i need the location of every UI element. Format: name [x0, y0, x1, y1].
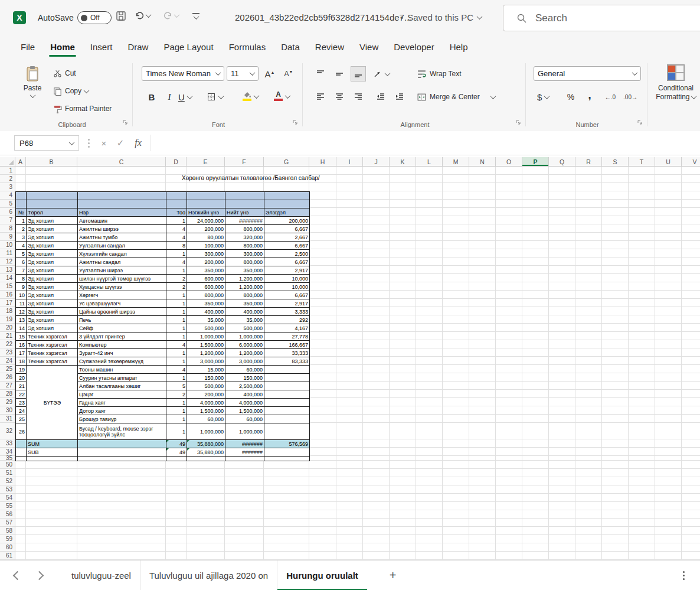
sheet-nav-right-icon[interactable]: [35, 571, 44, 581]
table-cell[interactable]: 2,500: [264, 250, 310, 258]
table-cell[interactable]: 1,000,000: [187, 423, 225, 440]
table-cell[interactable]: 600,000: [187, 283, 225, 291]
increase-decimal-button[interactable]: ←.0: [601, 89, 620, 105]
row-header-13[interactable]: 13: [0, 266, 15, 274]
increase-font-size-button[interactable]: A▲: [262, 66, 277, 82]
table-cell[interactable]: 49: [166, 440, 187, 448]
borders-button[interactable]: [207, 89, 223, 105]
table-cell[interactable]: 2: [166, 283, 187, 291]
table-cell[interactable]: 500,000: [225, 324, 264, 333]
name-box[interactable]: P68: [14, 135, 79, 151]
table-cell[interactable]: [225, 200, 264, 208]
table-cell[interactable]: 1: [166, 299, 187, 308]
table-cell[interactable]: 1: [166, 399, 187, 407]
sheet-tab-hurungu-oruulalt[interactable]: Hurungu oruulalt: [277, 560, 367, 590]
table-cell[interactable]: 1,000,000: [187, 333, 225, 341]
table-cell[interactable]: 25: [16, 415, 27, 423]
table-cell[interactable]: [187, 192, 225, 200]
autosave-toggle[interactable]: Off: [77, 11, 112, 24]
table-cell[interactable]: #######: [225, 440, 264, 448]
table-cell[interactable]: Ажилтны ширээ: [78, 225, 166, 233]
table-cell[interactable]: 3,333: [264, 308, 310, 316]
header-cell-unit-price[interactable]: Нэгжийн үнэ: [187, 208, 225, 217]
orientation-dropdown-icon[interactable]: [385, 70, 391, 76]
row-header-4[interactable]: 4: [0, 191, 15, 200]
table-cell[interactable]: Техник хэрэгсэл: [27, 349, 78, 357]
table-cell[interactable]: 1: [166, 316, 187, 324]
row-header-52[interactable]: 52: [0, 477, 15, 485]
table-cell[interactable]: 1: [166, 357, 187, 366]
table-cell[interactable]: 200,000: [187, 225, 225, 233]
table-cell[interactable]: 2,917: [264, 266, 310, 275]
column-header-H[interactable]: H: [309, 157, 336, 167]
table-cell[interactable]: 10: [16, 291, 27, 299]
font-size-select[interactable]: 11: [227, 66, 259, 81]
table-cell[interactable]: Уулзалтын сандал: [78, 242, 166, 250]
table-cell[interactable]: 292: [264, 316, 310, 324]
table-cell[interactable]: 2,917: [264, 299, 310, 308]
table-cell[interactable]: [225, 457, 264, 461]
row-header-51[interactable]: 51: [0, 469, 15, 477]
row-header-7[interactable]: 7: [0, 216, 15, 224]
row-header-11[interactable]: 11: [0, 249, 15, 257]
table-cell[interactable]: Хөргөгч: [78, 291, 166, 299]
table-cell[interactable]: 3 үйлдэлт принтер: [78, 333, 166, 341]
column-header-O[interactable]: O: [496, 157, 522, 167]
row-header-26[interactable]: 26: [0, 373, 15, 382]
font-name-select[interactable]: Times New Roman: [142, 66, 224, 81]
column-header-M[interactable]: M: [443, 157, 469, 167]
sheet-tab-tuluvluguu-uil-ajillaga-2020-on[interactable]: Tuluvluguu uil ajillaga 2020 on: [140, 560, 277, 590]
table-cell[interactable]: Печь: [78, 316, 166, 324]
row-header-21[interactable]: 21: [0, 332, 15, 340]
row-header-12[interactable]: 12: [0, 257, 15, 266]
fill-color-dropdown-icon[interactable]: [254, 93, 260, 99]
table-cell[interactable]: 9: [16, 283, 27, 291]
header-cell-no[interactable]: №: [16, 208, 27, 217]
table-cell[interactable]: Цайны өрөөний ширээ: [78, 308, 166, 316]
merge-center-dropdown-icon[interactable]: [490, 93, 496, 99]
row-header-30[interactable]: 30: [0, 406, 15, 415]
undo-dropdown-icon[interactable]: [146, 12, 152, 18]
table-cell[interactable]: 350,000: [225, 266, 264, 275]
row-header-20[interactable]: 20: [0, 324, 15, 332]
bold-button[interactable]: B: [144, 89, 159, 105]
table-cell[interactable]: 24: [16, 407, 27, 415]
table-cell[interactable]: [27, 457, 78, 461]
table-cell[interactable]: 1: [166, 374, 187, 382]
table-cell[interactable]: Зурагт-42 инч: [78, 349, 166, 357]
table-cell[interactable]: [166, 200, 187, 208]
merge-center-button[interactable]: Merge & Center: [417, 89, 495, 105]
align-middle-button[interactable]: [332, 66, 347, 82]
wrap-text-button[interactable]: Wrap Text: [417, 66, 462, 82]
table-cell[interactable]: 4: [166, 366, 187, 374]
table-cell[interactable]: [27, 200, 78, 208]
fill-color-button[interactable]: [242, 88, 259, 105]
table-cell[interactable]: 1: [16, 217, 27, 225]
table-cell[interactable]: Эд хогшил: [27, 291, 78, 299]
table-cell[interactable]: 1: [166, 349, 187, 357]
table-cell[interactable]: Техник хэрэгсэл: [27, 333, 78, 341]
table-cell[interactable]: 6,667: [264, 258, 310, 266]
table-cell[interactable]: 26: [16, 423, 27, 440]
row-header-23[interactable]: 23: [0, 348, 15, 357]
table-cell[interactable]: Уулзалтын ширээ: [78, 266, 166, 275]
table-cell[interactable]: 1: [166, 407, 187, 415]
table-cell[interactable]: 5: [16, 250, 27, 258]
table-cell[interactable]: 600,000: [187, 275, 225, 283]
row-header-28[interactable]: 28: [0, 390, 15, 398]
column-header-V[interactable]: V: [682, 157, 700, 167]
sum-row-label[interactable]: SUM: [27, 440, 78, 448]
accounting-dropdown-icon[interactable]: [544, 93, 550, 99]
table-cell[interactable]: 200,000: [187, 258, 225, 266]
table-cell[interactable]: Ажилтны тумбо: [78, 233, 166, 242]
table-cell[interactable]: 2,500,000: [225, 382, 264, 390]
column-header-F[interactable]: F: [225, 157, 264, 167]
table-cell[interactable]: 3,000,000: [225, 357, 264, 366]
column-header-A[interactable]: A: [15, 157, 26, 167]
table-cell[interactable]: 4: [166, 341, 187, 349]
table-cell[interactable]: 35,880,000: [187, 448, 225, 457]
column-header-I[interactable]: I: [336, 157, 363, 167]
table-cell[interactable]: 1,000,000: [225, 333, 264, 341]
row-header-3[interactable]: 3: [0, 183, 15, 191]
table-cell[interactable]: 17: [16, 349, 27, 357]
